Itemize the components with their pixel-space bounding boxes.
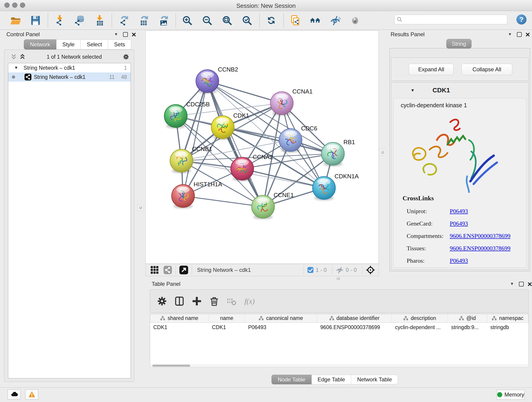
string-network-icon bbox=[24, 73, 32, 81]
left-splitter-handle[interactable] bbox=[138, 204, 144, 211]
column-header--id[interactable]: @id bbox=[448, 314, 487, 322]
hide-selection-icon[interactable] bbox=[329, 14, 342, 27]
table-panel-title: Table Panel bbox=[152, 281, 180, 287]
collapse-table-panel-icon[interactable]: ▼ bbox=[510, 282, 514, 286]
float-panel-icon[interactable] bbox=[123, 32, 128, 37]
network-options-gear-icon[interactable] bbox=[123, 53, 129, 60]
table-horizontal-scrollbar[interactable] bbox=[150, 364, 529, 367]
table-cell[interactable]: CDK1 bbox=[150, 323, 209, 332]
memory-button[interactable]: Memory bbox=[497, 390, 525, 400]
control-panel: Control Panel ▼ × NetworkStyleSelectSets… bbox=[2, 31, 136, 382]
zoom-out-icon[interactable] bbox=[201, 14, 214, 27]
save-session-icon[interactable] bbox=[29, 14, 42, 27]
scrollbar-thumb[interactable] bbox=[152, 365, 190, 367]
column-header-canonical-name[interactable]: canonical name bbox=[245, 314, 317, 322]
float-table-panel-icon[interactable] bbox=[519, 282, 524, 287]
right-splitter-handle[interactable] bbox=[380, 149, 386, 155]
show-all-icon[interactable] bbox=[349, 14, 361, 27]
network-node-CDC6[interactable] bbox=[279, 128, 302, 152]
network-node-CDC25B[interactable] bbox=[164, 104, 187, 128]
search-input[interactable] bbox=[402, 17, 501, 22]
collapse-all-networks-icon[interactable] bbox=[10, 53, 17, 60]
search-box[interactable] bbox=[394, 15, 507, 24]
close-results-icon[interactable]: × bbox=[525, 32, 530, 37]
column-header-database-identifier[interactable]: database identifier bbox=[317, 314, 392, 322]
crosslink-value-link[interactable]: 9606.ENSP00000378699 bbox=[450, 245, 510, 252]
network-row-selected[interactable]: String Network – cdk1 11 48 bbox=[8, 72, 131, 82]
tree-expander-icon[interactable]: ▼ bbox=[14, 65, 18, 70]
delete-column-trash-icon[interactable] bbox=[208, 295, 221, 307]
table-cell[interactable]: 9606.ENSP00000378699 bbox=[317, 323, 392, 332]
tab-node-table[interactable]: Node Table bbox=[272, 375, 312, 384]
export-image-icon[interactable] bbox=[157, 14, 170, 27]
show-columns-icon[interactable] bbox=[173, 295, 186, 307]
network-view-canvas[interactable]: CCNB2CCNA1CDC25BCDK1CDC6RB1CCNB1CCNA2CDK… bbox=[146, 31, 379, 264]
help-button[interactable]: ? bbox=[516, 14, 526, 25]
tab-style[interactable]: Style bbox=[56, 39, 81, 50]
network-node-CDKN1A[interactable] bbox=[312, 177, 336, 199]
status-bar: Memory bbox=[0, 387, 532, 402]
crosslink-value-link[interactable]: P06493 bbox=[450, 208, 468, 215]
column-header-name[interactable]: name bbox=[209, 314, 245, 322]
table-cell[interactable]: stringdb:9... bbox=[448, 323, 487, 332]
toggle-graphics-details-icon[interactable] bbox=[309, 14, 322, 27]
cloud-status-button[interactable] bbox=[7, 389, 21, 400]
crosslink-value-link[interactable]: P06493 bbox=[450, 220, 468, 227]
export-network-icon[interactable] bbox=[117, 14, 130, 27]
column-header-description[interactable]: description bbox=[392, 314, 448, 322]
crosslink-value-link[interactable]: 9606.ENSP00000378699 bbox=[450, 233, 510, 240]
network-node-RB1[interactable] bbox=[322, 142, 344, 165]
collapse-all-button[interactable]: Collapse All bbox=[462, 64, 512, 75]
refresh-network-icon[interactable] bbox=[265, 14, 278, 27]
close-panel-icon[interactable]: × bbox=[132, 32, 136, 37]
table-cell[interactable]: stringdb bbox=[487, 323, 528, 332]
import-table-icon[interactable] bbox=[93, 14, 106, 27]
zoom-in-icon[interactable] bbox=[181, 14, 194, 27]
table-row[interactable]: CDK1CDK1P064939606.ENSP00000378699cyclin… bbox=[150, 323, 529, 332]
import-network-icon[interactable] bbox=[53, 14, 66, 27]
column-header-namespac[interactable]: namespac bbox=[487, 314, 528, 322]
zoom-fit-icon[interactable] bbox=[221, 14, 234, 27]
table-cell[interactable]: P06493 bbox=[245, 323, 317, 332]
tab-network-table[interactable]: Network Table bbox=[351, 375, 398, 384]
crosslink-value-link[interactable]: P06493 bbox=[450, 257, 468, 264]
tab-string[interactable]: String bbox=[446, 39, 472, 49]
network-collection-row[interactable]: ▼ String Network – cdk1 1 bbox=[8, 63, 131, 72]
tab-network[interactable]: Network bbox=[24, 39, 56, 50]
table-settings-gear-icon[interactable] bbox=[156, 295, 168, 307]
network-node-CCNA2[interactable] bbox=[231, 157, 254, 180]
warnings-button[interactable] bbox=[25, 389, 38, 400]
float-results-icon[interactable] bbox=[517, 32, 522, 37]
add-column-icon[interactable] bbox=[190, 295, 203, 307]
network-node-HIST1H1A[interactable] bbox=[172, 185, 195, 207]
selected-nodes-checkbox-icon[interactable] bbox=[307, 267, 314, 274]
node-table: shared namenamecanonical namedatabase id… bbox=[150, 314, 529, 367]
network-node-CCNB2[interactable] bbox=[196, 70, 219, 93]
network-node-CDK1[interactable] bbox=[211, 116, 234, 139]
column-header-shared-name[interactable]: shared name bbox=[150, 314, 209, 322]
export-table-icon[interactable] bbox=[137, 14, 150, 27]
birds-eye-crosshair-icon[interactable] bbox=[366, 265, 375, 275]
close-table-panel-icon[interactable]: × bbox=[527, 282, 532, 286]
gene-collapse-icon[interactable]: ▼ bbox=[411, 88, 415, 93]
expand-all-button[interactable]: Expand All bbox=[409, 64, 454, 75]
tab-sets[interactable]: Sets bbox=[108, 39, 131, 50]
table-cell[interactable]: cyclin-dependent ... bbox=[392, 323, 448, 332]
import-database-icon[interactable] bbox=[73, 14, 86, 27]
zoom-selected-icon[interactable] bbox=[241, 14, 254, 27]
tab-edge-table[interactable]: Edge Table bbox=[312, 375, 351, 384]
network-node-CCNB1[interactable] bbox=[170, 149, 193, 172]
collapse-panel-icon[interactable]: ▼ bbox=[114, 32, 118, 37]
detach-view-icon[interactable] bbox=[179, 265, 189, 275]
network-node-CCNE1[interactable] bbox=[252, 195, 274, 218]
expand-all-networks-icon[interactable] bbox=[19, 53, 26, 60]
tab-select[interactable]: Select bbox=[81, 39, 108, 50]
network-view-share-icon[interactable] bbox=[163, 265, 172, 274]
new-network-from-selection-icon[interactable] bbox=[289, 14, 302, 27]
open-session-icon[interactable] bbox=[9, 14, 22, 27]
horizontal-splitter-handle[interactable] bbox=[336, 277, 340, 280]
grid-view-icon[interactable] bbox=[150, 266, 159, 274]
collapse-results-icon[interactable]: ▼ bbox=[508, 32, 512, 37]
network-node-CCNA1[interactable] bbox=[270, 92, 293, 115]
table-cell[interactable]: CDK1 bbox=[209, 323, 245, 332]
